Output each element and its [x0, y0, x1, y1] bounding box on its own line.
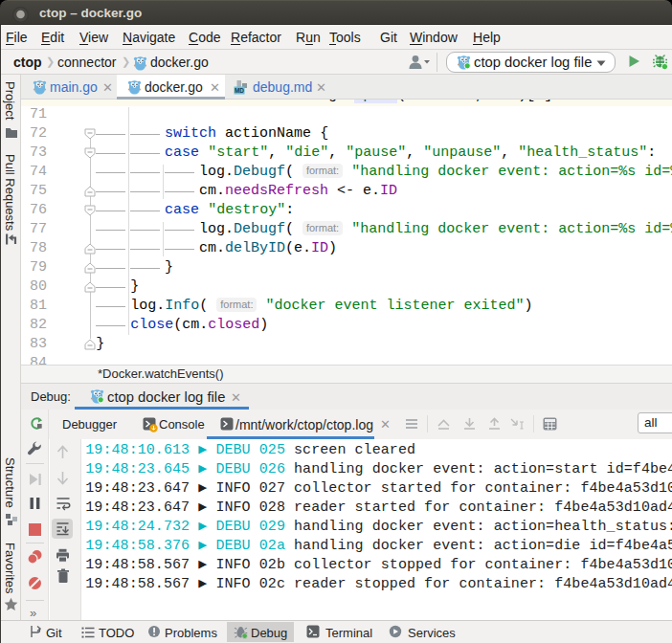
svg-text:MD: MD: [235, 87, 244, 94]
